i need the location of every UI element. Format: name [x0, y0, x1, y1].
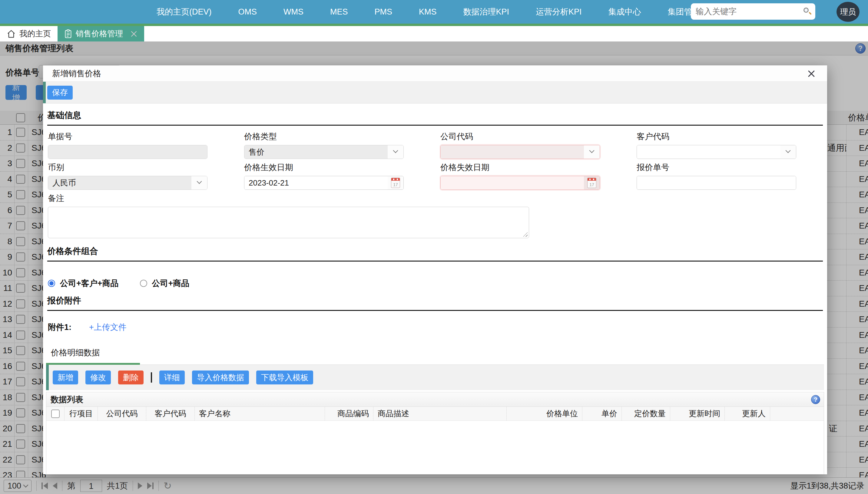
- combo-arrow-box: [388, 145, 403, 158]
- field-value: [637, 145, 780, 158]
- field-control-公司代码[interactable]: [440, 145, 600, 159]
- nav-item-1[interactable]: OMS: [238, 7, 257, 17]
- field-control-币别[interactable]: 人民币: [48, 176, 207, 190]
- toolbar-divider: [151, 372, 152, 383]
- calendar-icon[interactable]: 17: [587, 178, 596, 188]
- field-control-单据号[interactable]: [48, 145, 207, 159]
- field-value: [48, 145, 207, 158]
- section-price-condition: 价格条件组合: [47, 246, 823, 262]
- field-control-价格类型[interactable]: 售价: [244, 145, 404, 159]
- detail-删除-button[interactable]: 删除: [118, 370, 144, 384]
- nav-item-3[interactable]: MES: [330, 7, 348, 17]
- panel-help-icon[interactable]: ?: [811, 395, 820, 404]
- detail-col-单价: 单价: [583, 407, 622, 420]
- calendar-icon-top: [588, 178, 596, 181]
- app-window: 我的主页(DEV)OMSWMSMESPMSKMS数据治理KPI运营分析KPI集成…: [0, 0, 868, 494]
- field-value: [441, 176, 584, 189]
- attachment-row: 附件1: +上传文件: [48, 322, 822, 332]
- field-公司代码: 公司代码: [440, 128, 600, 159]
- detail-col-商品描述: 商品描述: [373, 407, 507, 420]
- nav-item-2[interactable]: WMS: [283, 7, 303, 17]
- detail-col-更新时间: 更新时间: [670, 407, 725, 420]
- date-picker-box: 17: [388, 176, 403, 189]
- radio-公司+客户+商品[interactable]: 公司+客户+商品: [48, 278, 119, 289]
- field-control-客户代码[interactable]: [636, 145, 796, 159]
- field-币别: 币别人民币: [48, 159, 207, 190]
- field-客户代码: 客户代码: [636, 128, 796, 159]
- detail-select-all-checkbox[interactable]: [51, 410, 60, 418]
- field-control-报价单号[interactable]: [636, 176, 796, 190]
- price-condition-radios: 公司+客户+商品公司+商品: [48, 278, 822, 289]
- search-icon[interactable]: [803, 7, 810, 16]
- detail-col-公司代码: 公司代码: [98, 407, 146, 420]
- calendar-icon[interactable]: 17: [391, 178, 400, 188]
- field-label: 价格失效日期: [440, 162, 600, 173]
- field-label: 价格类型: [244, 131, 404, 142]
- nav-item-0[interactable]: 我的主页(DEV): [156, 6, 212, 17]
- detail-col-客户代码: 客户代码: [146, 407, 195, 420]
- remark-textarea[interactable]: [48, 207, 529, 238]
- nav-item-8[interactable]: 集成中心: [608, 6, 641, 17]
- modal-title: 新增销售价格: [52, 68, 101, 79]
- close-tab-icon[interactable]: [130, 30, 137, 38]
- combo-arrow-box: [584, 145, 600, 158]
- detail-col-商品编码: 商品编码: [325, 407, 373, 420]
- nav-item-7[interactable]: 运营分析KPI: [536, 6, 582, 17]
- top-nav: 我的主页(DEV)OMSWMSMESPMSKMS数据治理KPI运营分析KPI集成…: [0, 0, 868, 24]
- data-list-title: 数据列表: [51, 394, 83, 405]
- radio-unchecked-icon[interactable]: [140, 280, 147, 287]
- detail-下载导入模板-button[interactable]: 下载导入模板: [256, 370, 313, 384]
- upload-file-link[interactable]: +上传文件: [89, 322, 127, 332]
- search-icon-lens: [804, 7, 809, 13]
- radio-公司+商品[interactable]: 公司+商品: [140, 278, 190, 289]
- data-list-panel: 数据列表 ? 行项目公司代码客户代码客户名称商品编码商品描述价格单位单价定价数量…: [46, 392, 824, 474]
- detail-详细-button[interactable]: 详细: [159, 370, 185, 384]
- attachment-label: 附件1:: [48, 322, 72, 332]
- field-label: 币别: [48, 162, 207, 173]
- detail-新增-button[interactable]: 新增: [53, 370, 78, 384]
- close-icon[interactable]: [807, 69, 816, 78]
- add-sales-price-modal: 新增销售价格 保存 基础信息 单据号价格类型售价公司代码客户代码币别人民币价格生…: [43, 65, 827, 474]
- tab-sales-price-management[interactable]: 销售价格管理: [58, 26, 144, 41]
- field-价格失效日期: 价格失效日期17: [440, 159, 600, 190]
- calendar-icon-day: 17: [391, 182, 400, 187]
- nav-item-6[interactable]: 数据治理KPI: [463, 6, 510, 17]
- field-value: 人民币: [48, 176, 191, 189]
- detail-select-all[interactable]: [47, 407, 64, 420]
- detail-col-filler: [770, 407, 824, 420]
- chevron-down-icon: [786, 148, 791, 153]
- field-control-价格失效日期[interactable]: 17: [440, 176, 600, 190]
- save-button[interactable]: 保存: [47, 86, 73, 100]
- detail-table-body: [47, 421, 824, 474]
- remark-label: 备注: [48, 193, 824, 204]
- field-value: 售价: [244, 145, 388, 158]
- date-picker-box: 17: [584, 176, 600, 189]
- field-control-价格生效日期[interactable]: 2023-02-2117: [244, 176, 404, 190]
- nav-item-4[interactable]: PMS: [375, 7, 392, 17]
- nav-accent-bar: [0, 24, 868, 26]
- tab-home[interactable]: 我的主页: [0, 26, 58, 41]
- nav-item-5[interactable]: KMS: [419, 7, 437, 17]
- detail-col-价格单位: 价格单位: [507, 407, 583, 420]
- section-quote-attachment: 报价附件: [47, 295, 823, 311]
- combo-arrow-box: [780, 145, 796, 158]
- tab-active-label: 销售价格管理: [76, 28, 123, 39]
- document-icon: [64, 30, 72, 38]
- calendar-icon-top: [391, 178, 400, 181]
- field-label: 价格生效日期: [244, 162, 404, 173]
- field-label: 客户代码: [636, 131, 796, 142]
- detail-修改-button[interactable]: 修改: [86, 370, 111, 384]
- radio-label: 公司+商品: [152, 278, 190, 289]
- search-icon-handle: [809, 12, 812, 15]
- radio-checked-icon[interactable]: [48, 280, 55, 287]
- avatar[interactable]: 理员: [836, 2, 860, 22]
- search-input[interactable]: [696, 7, 803, 16]
- global-search-box[interactable]: [691, 3, 815, 20]
- chevron-down-icon: [589, 148, 594, 153]
- detail-col-更新人: 更新人: [725, 407, 770, 420]
- detail-col-定价数量: 定价数量: [622, 407, 670, 420]
- field-value: [637, 176, 796, 189]
- detail-导入价格数据-button[interactable]: 导入价格数据: [192, 370, 249, 384]
- tab-price-detail-data[interactable]: 价格明细数据: [46, 347, 140, 365]
- remark-wrap: [48, 207, 529, 240]
